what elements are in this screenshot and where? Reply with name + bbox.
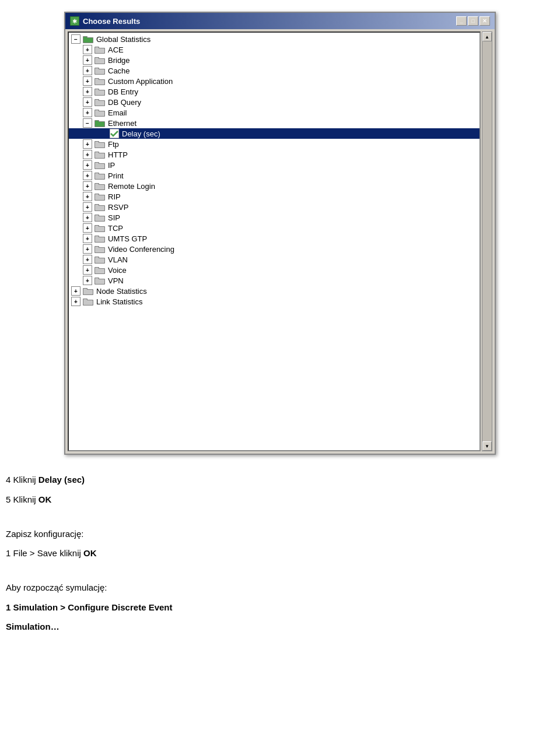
expand-db-query[interactable]: [83, 97, 92, 107]
tree-label-email: Email: [108, 108, 127, 117]
svg-rect-51: [95, 174, 104, 179]
tree-item-sip[interactable]: SIP: [69, 212, 480, 223]
maximize-button[interactable]: □: [468, 16, 478, 26]
tree-item-link-stats[interactable]: Link Statistics: [69, 296, 480, 307]
tree-item-rip[interactable]: RIP: [69, 191, 480, 202]
folder-gray-icon: [94, 98, 105, 106]
tree-label-ip: IP: [108, 161, 115, 170]
svg-rect-19: [95, 79, 99, 80]
folder-gray-icon: [94, 192, 105, 201]
expand-rsvp[interactable]: [83, 202, 92, 212]
tree-item-video-conf[interactable]: Video Conferencing: [69, 244, 480, 254]
expand-db-entry[interactable]: [83, 87, 92, 96]
save-suffix: kliknij: [57, 548, 83, 558]
tree-label-db-query: DB Query: [108, 98, 141, 107]
tree-item-ftp[interactable]: Ftp: [69, 139, 480, 149]
expand-cache[interactable]: [83, 66, 92, 75]
expand-node-stats[interactable]: [71, 286, 80, 296]
dialog-titlebar: Choose Results _ □ ✕: [65, 13, 495, 29]
tree-label-ftp: Ftp: [108, 140, 119, 149]
svg-rect-76: [95, 236, 99, 238]
step5-prefix: 5 Kliknij: [6, 494, 38, 504]
tree-item-delay-sec[interactable]: Delay (sec): [69, 128, 480, 139]
expand-sip[interactable]: [83, 213, 92, 222]
step4-bold: Delay (sec): [38, 475, 85, 485]
svg-rect-34: [95, 122, 104, 127]
tree-item-tcp[interactable]: TCP: [69, 223, 480, 233]
folder-gray-icon: [94, 255, 105, 264]
tree-item-custom-app[interactable]: Custom Application: [69, 76, 480, 86]
scrollbar[interactable]: ▲ ▼: [482, 31, 492, 451]
save-step: 1 File > Save kliknij OK: [6, 546, 554, 561]
expand-remote-login[interactable]: [83, 181, 92, 191]
expand-print[interactable]: [83, 171, 92, 180]
expand-ftp[interactable]: [83, 139, 92, 149]
svg-rect-83: [95, 258, 104, 263]
svg-rect-52: [95, 173, 99, 175]
page-wrapper: Choose Results _ □ ✕ Global Statistics: [0, 0, 560, 651]
folder-gray-icon: [94, 224, 105, 232]
tree-label-bridge: Bridge: [108, 56, 130, 65]
tree-label-cache: Cache: [108, 66, 130, 75]
tree-item-bridge[interactable]: Bridge: [69, 55, 480, 65]
minimize-button[interactable]: _: [456, 16, 467, 26]
tree-item-rsvp[interactable]: RSVP: [69, 202, 480, 212]
expand-umts-gtp[interactable]: [83, 234, 92, 243]
tree-label-vpn: VPN: [108, 276, 124, 285]
svg-rect-67: [95, 216, 104, 221]
tree-item-vpn[interactable]: VPN: [69, 275, 480, 286]
svg-rect-23: [95, 89, 99, 91]
svg-rect-84: [95, 257, 99, 259]
expand-ace[interactable]: [83, 45, 92, 54]
tree-item-remote-login[interactable]: Remote Login: [69, 181, 480, 191]
expand-voice[interactable]: [83, 265, 92, 275]
folder-gray-icon: [94, 266, 105, 274]
scroll-down-button[interactable]: ▼: [482, 441, 492, 451]
tree-item-ip[interactable]: IP: [69, 160, 480, 170]
tree-label-voice: Voice: [108, 266, 127, 275]
svg-rect-47: [95, 164, 104, 169]
sim-heading: Aby rozpocząć symulację:: [6, 580, 554, 595]
expand-email[interactable]: [83, 108, 92, 117]
expand-global-stats[interactable]: [71, 34, 80, 44]
expand-bridge[interactable]: [83, 55, 92, 65]
tree-area[interactable]: Global Statistics ACE Bridge Cache: [68, 31, 481, 451]
expand-http[interactable]: [83, 150, 92, 159]
svg-rect-7: [95, 47, 99, 49]
tree-item-global-stats[interactable]: Global Statistics: [69, 34, 480, 44]
tree-item-db-query[interactable]: DB Query: [69, 97, 480, 107]
tree-item-ethernet[interactable]: Ethernet: [69, 118, 480, 128]
tree-item-cache[interactable]: Cache: [69, 65, 480, 76]
tree-item-print[interactable]: Print: [69, 170, 480, 181]
svg-rect-15: [95, 68, 99, 70]
expand-link-stats[interactable]: [71, 297, 80, 306]
expand-video-conf[interactable]: [83, 244, 92, 254]
tree-item-voice[interactable]: Voice: [69, 265, 480, 275]
tree-item-ace[interactable]: ACE: [69, 44, 480, 55]
tree-label-custom-app: Custom Application: [108, 77, 173, 86]
sim-step2: Simulation…: [6, 619, 554, 634]
sim-step1-text: 1 Simulation > Configure Discrete Event: [6, 602, 172, 612]
scroll-up-button[interactable]: ▲: [482, 32, 492, 41]
svg-rect-2: [83, 38, 93, 43]
tree-item-email[interactable]: Email: [69, 107, 480, 118]
expand-vlan[interactable]: [83, 255, 92, 264]
step4-prefix: 4 Kliknij: [6, 475, 38, 485]
tree-label-umts-gtp: UMTS GTP: [108, 234, 147, 243]
expand-tcp[interactable]: [83, 223, 92, 233]
tree-item-umts-gtp[interactable]: UMTS GTP: [69, 233, 480, 244]
tree-item-vlan[interactable]: VLAN: [69, 254, 480, 265]
expand-ethernet[interactable]: [83, 118, 92, 128]
tree-item-db-entry[interactable]: DB Entry: [69, 86, 480, 97]
close-button[interactable]: ✕: [480, 16, 490, 26]
svg-rect-30: [95, 111, 104, 116]
expand-custom-app[interactable]: [83, 76, 92, 86]
expand-ip[interactable]: [83, 160, 92, 170]
svg-rect-10: [95, 59, 104, 64]
save-heading: Zapisz konfigurację:: [6, 527, 554, 542]
svg-rect-92: [95, 278, 99, 280]
expand-rip[interactable]: [83, 192, 92, 201]
tree-item-http[interactable]: HTTP: [69, 149, 480, 160]
tree-item-node-stats[interactable]: Node Statistics: [69, 286, 480, 296]
expand-vpn[interactable]: [83, 276, 92, 285]
